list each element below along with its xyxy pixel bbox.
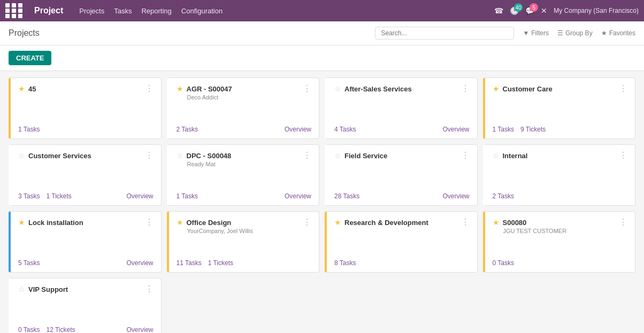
menu-projects[interactable]: Projects <box>79 7 104 15</box>
star-icon[interactable]: ★ <box>177 218 183 227</box>
card-stat[interactable]: 9 Tickets <box>520 126 546 133</box>
card-stat[interactable]: 28 Tasks <box>334 192 359 200</box>
project-card: ★ AGR - S00047 ⋮ Deco Addict 2 Tasks Ove… <box>167 78 320 139</box>
card-footer: 4 Tasks Overview <box>334 121 470 133</box>
card-stat[interactable]: 1 Tasks <box>493 126 514 133</box>
create-button[interactable]: CREATE <box>9 51 51 65</box>
card-title[interactable]: DPC - S00048 <box>187 152 232 160</box>
card-overview[interactable]: Overview <box>126 192 153 200</box>
star-icon[interactable]: ★ <box>18 84 25 93</box>
menu-tasks[interactable]: Tasks <box>114 7 132 15</box>
card-title[interactable]: Office Design <box>187 219 232 227</box>
project-card: ☆ After-Sales Services ⋮ 4 Tasks Overvie… <box>325 78 478 139</box>
card-title[interactable]: VIP Support <box>28 285 68 293</box>
search-input[interactable] <box>375 27 514 40</box>
card-stat[interactable]: 1 Tasks <box>18 126 40 133</box>
card-menu-icon[interactable]: ⋮ <box>145 218 154 227</box>
card-title[interactable]: After-Sales Services <box>344 85 412 93</box>
groupby-button[interactable]: ☰ Group By <box>557 29 593 37</box>
card-stat[interactable]: 5 Tasks <box>18 259 40 267</box>
card-stat[interactable]: 1 Tickets <box>46 192 71 200</box>
card-title[interactable]: AGR - S00047 <box>187 85 232 93</box>
star-icon[interactable]: ☆ <box>334 151 341 160</box>
card-footer: 0 Tasks <box>493 255 628 267</box>
top-navigation: Project Projects Tasks Reporting Configu… <box>0 0 644 21</box>
close-icon[interactable]: ✕ <box>541 6 547 15</box>
card-menu-icon[interactable]: ⋮ <box>303 218 311 227</box>
card-title[interactable]: Customer Care <box>503 85 553 93</box>
action-bar: CREATE <box>0 45 644 71</box>
card-header: ☆ After-Sales Services ⋮ <box>334 84 470 93</box>
star-icon[interactable]: ☆ <box>334 84 341 93</box>
card-menu-icon[interactable]: ⋮ <box>461 151 470 160</box>
card-stat[interactable]: 3 Tasks <box>18 192 40 200</box>
card-title[interactable]: S00080 <box>503 219 527 227</box>
card-overview[interactable]: Overview <box>126 259 153 267</box>
card-footer: 1 Tasks <box>18 121 154 133</box>
favorites-button[interactable]: ★ Favorites <box>601 29 635 37</box>
card-menu-icon[interactable]: ⋮ <box>461 84 470 93</box>
clock-badge: 40 <box>514 3 523 12</box>
phone-icon[interactable]: ☎ <box>494 6 503 15</box>
star-icon[interactable]: ★ <box>493 218 500 227</box>
star-icon[interactable]: ☆ <box>18 285 25 293</box>
topnav-right: ☎ 🕑 40 💬 5 ✕ My Company (San Francisco) <box>494 6 639 15</box>
card-menu-icon[interactable]: ⋮ <box>619 218 627 227</box>
card-title[interactable]: 45 <box>28 85 36 93</box>
card-menu-icon[interactable]: ⋮ <box>145 84 154 93</box>
card-stat[interactable]: 2 Tasks <box>177 126 198 133</box>
card-stat[interactable]: 1 Tasks <box>177 192 198 200</box>
app-title[interactable]: Project <box>34 6 63 16</box>
star-icon[interactable]: ★ <box>18 218 25 227</box>
card-menu-icon[interactable]: ⋮ <box>145 285 154 293</box>
star-icon[interactable]: ★ <box>334 218 341 227</box>
card-menu-icon[interactable]: ⋮ <box>619 151 627 160</box>
clock-icon[interactable]: 🕑 40 <box>510 6 519 15</box>
menu-reporting[interactable]: Reporting <box>141 7 171 15</box>
company-label: My Company (San Francisco) <box>554 7 639 14</box>
project-card: ★ Office Design ⋮ YourCompany, Joel Will… <box>167 211 320 273</box>
card-subtitle: Deco Addict <box>187 94 312 100</box>
card-stat[interactable]: 2 Tasks <box>493 192 514 200</box>
card-menu-icon[interactable]: ⋮ <box>303 84 311 93</box>
star-icon[interactable]: ★ <box>493 84 500 93</box>
card-header: ★ Lock installation ⋮ <box>18 218 154 227</box>
card-overview[interactable]: Overview <box>126 326 153 333</box>
star-icon[interactable]: ☆ <box>177 151 183 160</box>
card-title[interactable]: Customer Services <box>28 152 91 160</box>
card-stat[interactable]: 12 Tickets <box>46 326 75 333</box>
card-overview[interactable]: Overview <box>285 192 311 200</box>
card-title[interactable]: Research & Development <box>344 219 428 227</box>
star-icon[interactable]: ☆ <box>493 151 500 160</box>
project-card: ☆ Field Service ⋮ 28 Tasks Overview <box>325 144 478 206</box>
subheader-controls: ▼ Filters ☰ Group By ★ Favorites <box>375 27 635 40</box>
card-stat[interactable]: 1 Tickets <box>208 259 233 267</box>
card-stat[interactable]: 11 Tasks <box>177 259 202 267</box>
card-title[interactable]: Internal <box>503 152 528 160</box>
message-icon[interactable]: 💬 5 <box>525 6 534 15</box>
card-menu-icon[interactable]: ⋮ <box>461 218 470 227</box>
card-stat[interactable]: 0 Tasks <box>18 326 40 333</box>
menu-configuration[interactable]: Configuration <box>181 7 223 15</box>
filters-button[interactable]: ▼ Filters <box>523 29 549 37</box>
card-footer: 11 Tasks1 Tickets <box>177 255 312 267</box>
card-title[interactable]: Field Service <box>344 152 387 160</box>
card-menu-icon[interactable]: ⋮ <box>145 151 154 160</box>
star-icon[interactable]: ★ <box>177 84 183 93</box>
card-footer: 8 Tasks <box>334 255 470 267</box>
card-overview[interactable]: Overview <box>442 192 469 200</box>
apps-grid-icon[interactable] <box>5 3 24 18</box>
card-overview[interactable]: Overview <box>442 126 469 133</box>
card-header: ☆ Customer Services ⋮ <box>18 151 154 160</box>
card-stat[interactable]: 8 Tasks <box>334 259 356 267</box>
card-menu-icon[interactable]: ⋮ <box>303 151 311 160</box>
card-stat[interactable]: 4 Tasks <box>334 126 356 133</box>
card-menu-icon[interactable]: ⋮ <box>619 84 627 93</box>
card-stat[interactable]: 0 Tasks <box>493 259 514 267</box>
card-title[interactable]: Lock installation <box>28 219 83 227</box>
main-menu: Projects Tasks Reporting Configuration <box>79 7 223 15</box>
star-icon[interactable]: ☆ <box>18 151 25 160</box>
card-header: ★ AGR - S00047 ⋮ <box>177 84 312 93</box>
card-header: ★ Customer Care ⋮ <box>493 84 628 93</box>
card-overview[interactable]: Overview <box>285 126 311 133</box>
